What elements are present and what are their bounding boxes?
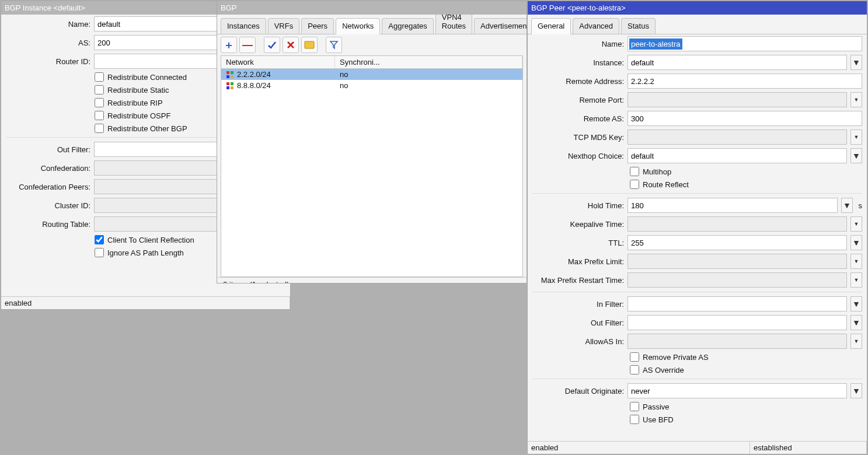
peer-outfilter-input[interactable] <box>628 315 847 330</box>
label-allowas: AllowAS In: <box>532 337 624 346</box>
default-originate-input[interactable] <box>628 383 847 398</box>
peer-statusbar: enabled established <box>528 441 867 454</box>
peer-outfilter-dropdown[interactable] <box>850 315 862 330</box>
comment-button[interactable] <box>301 37 318 53</box>
label-name: Name: <box>6 20 90 29</box>
infilter-input[interactable] <box>628 296 847 312</box>
tcpmd5-input[interactable] <box>628 130 847 145</box>
bgp-toolbar: ＋ — <box>217 34 527 55</box>
svg-rect-4 <box>231 75 233 78</box>
instance-dropdown[interactable] <box>850 55 862 70</box>
tab-networks[interactable]: Networks <box>336 18 380 34</box>
th-network[interactable]: Network <box>221 56 335 68</box>
label-outfilter: Out Filter: <box>6 145 90 154</box>
label-default-originate: Default Originate: <box>532 387 624 396</box>
holdtime-dropdown[interactable] <box>841 198 853 213</box>
keepalive-input[interactable] <box>628 216 847 232</box>
ttl-input[interactable] <box>628 235 847 250</box>
label-nexthop: Nexthop Choice: <box>532 152 624 160</box>
tab-advertisements[interactable]: Advertisements <box>474 18 527 34</box>
maxprefix-input[interactable] <box>628 254 847 269</box>
tab-status[interactable]: Status <box>621 18 656 34</box>
th-synchronize[interactable]: Synchroni... <box>335 56 522 68</box>
table-body[interactable]: 2.2.2.0/24no8.8.8.0/24no <box>221 69 522 276</box>
peer-name-input[interactable]: peer-to-alestra <box>628 36 862 51</box>
remote-port-input[interactable] <box>628 92 847 107</box>
chk-ignore-as-path-label: Ignore AS Path Length <box>107 249 184 257</box>
tab-advanced[interactable]: Advanced <box>573 18 619 34</box>
disable-button[interactable] <box>283 37 299 53</box>
label-remote-as: Remote AS: <box>532 114 624 123</box>
chk-redist-ospf[interactable] <box>95 111 104 120</box>
label-routingtable: Routing Table: <box>6 220 90 229</box>
instance-statusbar: enabled <box>1 296 290 309</box>
label-instance: Instance: <box>532 58 624 67</box>
allowas-input[interactable] <box>628 334 847 349</box>
chk-passive[interactable] <box>630 402 639 411</box>
peer-tabs: GeneralAdvancedStatus <box>528 15 867 34</box>
nexthop-dropdown[interactable] <box>850 148 862 163</box>
filter-button[interactable] <box>326 37 342 53</box>
label-peer-name: Name: <box>532 40 624 48</box>
enable-button[interactable] <box>264 37 280 53</box>
label-maxprefix-restart: Max Prefix Restart Time: <box>532 276 624 285</box>
chk-use-bfd-label: Use BFD <box>643 415 674 424</box>
chk-remove-private-as[interactable] <box>630 352 639 362</box>
bgp-peer-window: BGP Peer <peer-to-alestra> GeneralAdvanc… <box>527 1 867 454</box>
chk-redist-otherbgp-label: Redistribute Other BGP <box>107 124 187 133</box>
maxprefix-dropdown[interactable] <box>850 254 862 269</box>
infilter-dropdown[interactable] <box>850 296 862 312</box>
chk-redist-connected[interactable] <box>95 72 104 82</box>
chk-remove-private-as-label: Remove Private AS <box>643 353 709 362</box>
svg-rect-8 <box>231 86 233 89</box>
instance-input[interactable] <box>628 55 847 70</box>
remote-port-dropdown[interactable] <box>850 92 862 107</box>
add-button[interactable]: ＋ <box>221 37 237 53</box>
tab-instances[interactable]: Instances <box>221 18 266 34</box>
chk-use-bfd[interactable] <box>630 415 639 424</box>
chk-client-reflection[interactable] <box>95 235 104 244</box>
remote-as-input[interactable] <box>628 111 862 126</box>
svg-rect-2 <box>231 71 233 74</box>
window-title: BGP <box>217 1 527 15</box>
remote-address-input[interactable] <box>628 74 862 89</box>
chk-redist-static[interactable] <box>95 85 104 94</box>
table-row[interactable]: 8.8.8.0/24no <box>221 80 522 91</box>
tcpmd5-dropdown[interactable] <box>850 130 862 145</box>
maxprefix-restart-dropdown[interactable] <box>850 272 862 288</box>
chk-as-override[interactable] <box>630 365 639 374</box>
chk-multihop-label: Multihop <box>643 167 671 176</box>
svg-rect-6 <box>231 82 233 85</box>
chk-passive-label: Passive <box>643 402 670 411</box>
ttl-dropdown[interactable] <box>850 235 862 250</box>
window-title: BGP Peer <peer-to-alestra> <box>528 1 867 15</box>
cell-network: 2.2.2.0/24 <box>237 70 271 79</box>
keepalive-dropdown[interactable] <box>850 216 862 232</box>
network-icon <box>226 71 234 79</box>
tab-general[interactable]: General <box>531 18 571 34</box>
chk-route-reflect[interactable] <box>630 180 639 189</box>
chk-redist-otherbgp[interactable] <box>95 124 104 133</box>
tab-vpn4-routes[interactable]: VPN4 Routes <box>435 15 472 34</box>
tab-vrfs[interactable]: VRFs <box>268 18 300 34</box>
bgp-tabs: InstancesVRFsPeersNetworksAggregatesVPN4… <box>217 15 527 34</box>
table-row[interactable]: 2.2.2.0/24no <box>221 69 522 80</box>
svg-rect-1 <box>226 71 229 74</box>
chk-multihop[interactable] <box>630 167 639 176</box>
tab-aggregates[interactable]: Aggregates <box>382 18 434 34</box>
instance-status: enabled <box>1 297 290 309</box>
holdtime-input[interactable] <box>628 198 838 213</box>
chk-redist-ospf-label: Redistribute OSPF <box>107 111 170 120</box>
chk-redist-rip[interactable] <box>95 98 104 107</box>
nexthop-input[interactable] <box>628 148 847 163</box>
maxprefix-restart-input[interactable] <box>628 272 847 288</box>
chk-ignore-as-path[interactable] <box>95 248 104 257</box>
allowas-dropdown[interactable] <box>850 334 862 349</box>
remove-button[interactable]: — <box>239 37 256 53</box>
label-confedpeers: Confederation Peers: <box>6 183 90 191</box>
svg-rect-3 <box>226 75 229 78</box>
default-originate-dropdown[interactable] <box>850 383 862 398</box>
tab-peers[interactable]: Peers <box>301 18 334 34</box>
label-peer-outfilter: Out Filter: <box>532 318 624 327</box>
label-tcpmd5: TCP MD5 Key: <box>532 133 624 142</box>
